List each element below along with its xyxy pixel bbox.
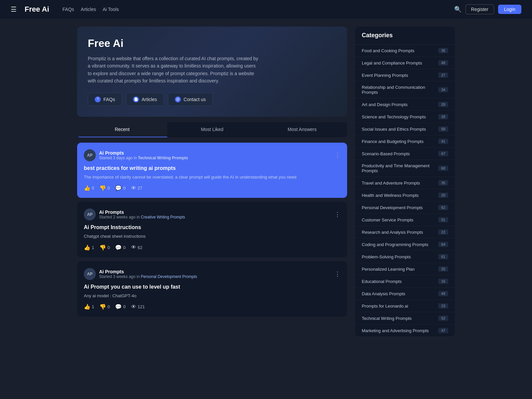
categories-header: Categories — [355, 27, 455, 45]
post-meta: Ai Prompts Started 3 weeks ago in Person… — [99, 269, 197, 279]
like-button[interactable]: 👍1 — [84, 244, 94, 251]
post-header: AP Ai Prompts Started 3 weeks ago in Per… — [84, 268, 340, 280]
post-title: Ai Prompt you can use to level up fast — [84, 284, 340, 290]
category-count: 52 — [438, 316, 448, 321]
post-card: AP Ai Prompts Started 3 weeks ago in Per… — [77, 261, 347, 317]
comment-button[interactable]: 💬0 — [115, 185, 125, 191]
tab-most-liked[interactable]: Most Liked — [167, 122, 257, 137]
dislike-button[interactable]: 👎0 — [99, 304, 110, 310]
login-button[interactable]: Login — [498, 5, 521, 14]
hero-faqs-button[interactable]: ? FAQs — [88, 93, 122, 106]
hero-articles-button[interactable]: 📄 Articles — [126, 93, 164, 106]
avatar: AP — [84, 149, 96, 161]
comment-button[interactable]: 💬0 — [115, 244, 125, 251]
post-time: Started 2 weeks ago in Creative Writing … — [99, 215, 185, 219]
category-name: Productivity and Time Management Prompts — [362, 163, 438, 173]
category-name: Educational Prompts — [362, 279, 402, 284]
dislike-button[interactable]: 👎0 — [99, 244, 110, 251]
category-item[interactable]: Relationship and Communication Prompts 3… — [355, 81, 455, 98]
category-count: 25 — [438, 266, 448, 272]
category-count: 51 — [438, 217, 448, 222]
category-item[interactable]: Personalized Learning Plan 25 — [355, 263, 455, 275]
category-item[interactable]: Social Issues and Ethics Prompts 58 — [355, 123, 455, 135]
category-name: Event Planning Prompts — [362, 73, 408, 78]
search-icon[interactable]: 🔍 — [454, 6, 462, 13]
category-name: Relationship and Communication Prompts — [362, 85, 438, 95]
category-name: Travel and Adventure Prompts — [362, 181, 420, 186]
category-item[interactable]: Research and Analysis Prompts 22 — [355, 226, 455, 238]
category-item[interactable]: Food and Cooking Prompts 36 — [355, 45, 455, 57]
category-count: 64 — [438, 242, 448, 247]
post-category[interactable]: Personal Development Prompts — [141, 274, 197, 279]
category-item[interactable]: Travel and Adventure Prompts 35 — [355, 177, 455, 189]
post-header-left: AP Ai Prompts Started 2 weeks ago in Cre… — [84, 208, 185, 220]
category-item[interactable]: Problem-Solving Prompts 61 — [355, 251, 455, 263]
category-count: 16 — [438, 279, 448, 284]
category-item[interactable]: Scenario-Based Prompts 67 — [355, 148, 455, 160]
post-category[interactable]: Creative Writing Prompts — [141, 215, 185, 219]
category-item[interactable]: Health and Wellness Prompts 20 — [355, 189, 455, 201]
thumbs-up-icon: 👍 — [84, 244, 90, 251]
post-header-left: AP Ai Prompts Started 3 weeks ago in Per… — [84, 268, 197, 280]
category-item[interactable]: Coding and Programming Prompts 64 — [355, 238, 455, 251]
tab-recent[interactable]: Recent — [77, 122, 167, 137]
category-item[interactable]: Art and Design Prompts 28 — [355, 98, 455, 111]
post-title: Ai Prompt Instructions — [84, 224, 340, 230]
post-author: Ai Prompts — [99, 209, 185, 215]
hero-contact-button[interactable]: @ Contact us — [168, 93, 213, 106]
post-more-icon[interactable]: ⋮ — [334, 152, 340, 159]
post-category[interactable]: Technical Writing Prompts — [138, 156, 188, 160]
hero-faqs-label: FAQs — [103, 97, 115, 102]
category-item[interactable]: Data Analysis Prompts 49 — [355, 288, 455, 300]
articles-icon: 📄 — [133, 96, 139, 102]
category-item[interactable]: Event Planning Prompts 27 — [355, 69, 455, 81]
category-item[interactable]: Personal Development Prompts 62 — [355, 201, 455, 214]
category-item[interactable]: Customer Service Prompts 51 — [355, 214, 455, 226]
like-button[interactable]: 👍0 — [84, 185, 94, 191]
category-name: Personal Development Prompts — [362, 205, 423, 210]
right-column: Categories Food and Cooking Prompts 36 L… — [355, 27, 455, 337]
category-count: 34 — [438, 87, 448, 92]
category-item[interactable]: Marketing and Advertising Prompts 47 — [355, 325, 455, 337]
category-name: Scenario-Based Prompts — [362, 151, 410, 156]
category-item[interactable]: Legal and Compliance Prompts 48 — [355, 57, 455, 69]
dislike-button[interactable]: 👎0 — [99, 185, 110, 191]
category-item[interactable]: Prompts for Leonardo.ai 23 — [355, 300, 455, 312]
post-header-left: AP Ai Prompts Started 3 days ago in Tech… — [84, 149, 188, 161]
category-count: 58 — [438, 126, 448, 132]
post-author: Ai Prompts — [99, 269, 197, 274]
nav-aitools[interactable]: Ai Tools — [103, 7, 119, 12]
post-card: AP Ai Prompts Started 3 days ago in Tech… — [77, 143, 347, 198]
contact-icon: @ — [175, 96, 181, 102]
eye-icon: 👁 — [131, 244, 136, 250]
post-more-icon[interactable]: ⋮ — [334, 270, 340, 278]
comment-button[interactable]: 💬0 — [115, 304, 125, 310]
like-button[interactable]: 👍1 — [84, 304, 94, 310]
nav-articles[interactable]: Articles — [81, 7, 96, 12]
category-item[interactable]: Productivity and Time Management Prompts… — [355, 160, 455, 177]
post-header: AP Ai Prompts Started 2 weeks ago in Cre… — [84, 208, 340, 220]
views-count: 👁27 — [131, 185, 142, 191]
category-count: 48 — [438, 60, 448, 66]
category-name: Technical Writing Prompts — [362, 316, 412, 321]
category-item[interactable]: Technical Writing Prompts 52 — [355, 312, 455, 325]
category-item[interactable]: Finance and Budgeting Prompts 41 — [355, 135, 455, 148]
category-name: Science and Technology Prompts — [362, 114, 426, 119]
hamburger-icon[interactable]: ☰ — [11, 5, 17, 13]
left-column: Free Ai Promptiz is a website that offer… — [77, 27, 347, 337]
comment-icon: 💬 — [115, 244, 122, 251]
post-actions: 👍1 👎0 💬0 👁62 — [84, 244, 340, 251]
category-count: 27 — [438, 72, 448, 78]
category-name: Social Issues and Ethics Prompts — [362, 127, 426, 132]
nav-faqs[interactable]: FAQs — [63, 7, 74, 12]
category-item[interactable]: Educational Prompts 16 — [355, 275, 455, 288]
category-name: Personalized Learning Plan — [362, 267, 415, 272]
category-item[interactable]: Science and Technology Prompts 28 — [355, 111, 455, 123]
category-name: Customer Service Prompts — [362, 217, 413, 222]
hero-buttons: ? FAQs 📄 Articles @ Contact us — [88, 93, 336, 106]
post-actions: 👍1 👎0 💬0 👁121 — [84, 304, 340, 310]
tab-most-answers[interactable]: Most Answers — [257, 122, 347, 137]
post-more-icon[interactable]: ⋮ — [334, 211, 340, 218]
category-name: Marketing and Advertising Prompts — [362, 328, 429, 333]
register-button[interactable]: Register — [466, 4, 494, 14]
